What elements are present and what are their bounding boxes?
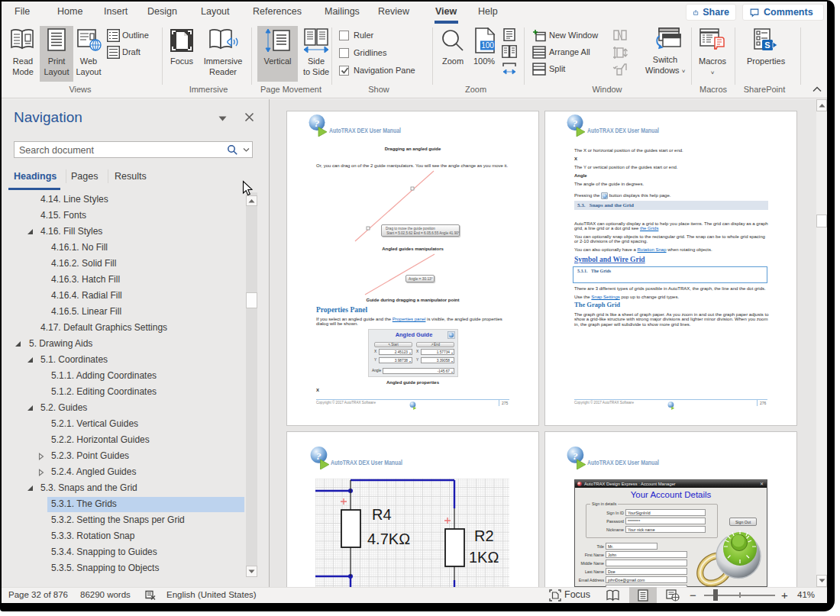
svg-text:S: S [764, 40, 770, 50]
svg-text:100: 100 [481, 41, 494, 50]
